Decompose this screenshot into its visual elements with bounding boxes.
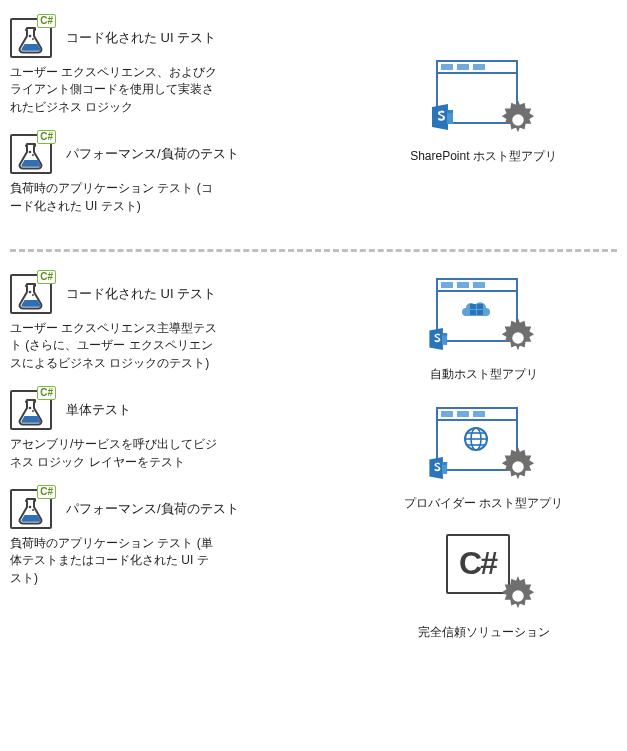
csharp-test-icon: C# [10, 134, 52, 174]
test-item-coded-ui: C# コード化された UI テスト ユーザー エクスペリエンス、およびクライアン… [10, 18, 330, 116]
sharepoint-icon [426, 328, 448, 350]
test-description: 負荷時のアプリケーション テスト (コード化された UI テスト) [10, 180, 220, 215]
app-caption: プロバイダー ホスト型アプリ [350, 495, 617, 512]
csharp-test-icon: C# [10, 18, 52, 58]
gear-icon [498, 447, 540, 489]
sharepoint-icon [426, 457, 448, 479]
apps-column-bottom: 自動ホスト型アプリ プロバイダー ホスト型アプリ C# [330, 274, 617, 661]
test-item-perf-load: C# パフォーマンス/負荷のテスト 負荷時のアプリケーション テスト (コード化… [10, 134, 330, 215]
app-tile-sharepoint-hosted: SharePoint ホスト型アプリ [350, 56, 617, 165]
section-top: C# コード化された UI テスト ユーザー エクスペリエンス、およびクライアン… [10, 18, 617, 233]
test-description: 負荷時のアプリケーション テスト (単体テストまたはコード化された UI テスト… [10, 535, 220, 587]
gear-icon [498, 576, 540, 618]
gear-icon [498, 318, 540, 360]
test-item-coded-ui-b: C# コード化された UI テスト ユーザー エクスペリエンス主導型テスト (さ… [10, 274, 330, 372]
test-title: パフォーマンス/負荷のテスト [66, 500, 239, 518]
app-tile-provider-hosted: プロバイダー ホスト型アプリ [350, 403, 617, 512]
csharp-test-icon: C# [10, 274, 52, 314]
test-description: ユーザー エクスペリエンス、およびクライアント側コードを使用して実装されたビジネ… [10, 64, 220, 116]
tests-column-bottom: C# コード化された UI テスト ユーザー エクスペリエンス主導型テスト (さ… [10, 274, 330, 661]
csharp-test-icon: C# [10, 489, 52, 529]
apps-column-top: SharePoint ホスト型アプリ [330, 18, 617, 233]
test-item-perf-load-b: C# パフォーマンス/負荷のテスト 負荷時のアプリケーション テスト (単体テス… [10, 489, 330, 587]
app-tile-auto-hosted: 自動ホスト型アプリ [350, 274, 617, 383]
test-description: ユーザー エクスペリエンス主導型テスト (さらに、ユーザー エクスペリエンスによ… [10, 320, 220, 372]
section-bottom: C# コード化された UI テスト ユーザー エクスペリエンス主導型テスト (さ… [10, 274, 617, 661]
app-caption: SharePoint ホスト型アプリ [350, 148, 617, 165]
sharepoint-icon [428, 104, 454, 130]
app-caption: 完全信頼ソリューション [350, 624, 617, 641]
section-divider [10, 249, 617, 252]
test-item-unit-test: C# 単体テスト アセンブリ/サービスを呼び出してビジネス ロジック レイヤーを… [10, 390, 330, 471]
test-title: コード化された UI テスト [66, 29, 216, 47]
test-description: アセンブリ/サービスを呼び出してビジネス ロジック レイヤーをテスト [10, 436, 220, 471]
csharp-test-icon: C# [10, 390, 52, 430]
app-caption: 自動ホスト型アプリ [350, 366, 617, 383]
test-title: パフォーマンス/負荷のテスト [66, 145, 239, 163]
app-tile-full-trust: C# 完全信頼ソリューション [350, 532, 617, 641]
globe-icon [458, 425, 494, 453]
cloud-windows-icon [458, 296, 494, 324]
gear-icon [498, 100, 540, 142]
tests-column-top: C# コード化された UI テスト ユーザー エクスペリエンス、およびクライアン… [10, 18, 330, 233]
test-title: 単体テスト [66, 401, 131, 419]
test-title: コード化された UI テスト [66, 285, 216, 303]
